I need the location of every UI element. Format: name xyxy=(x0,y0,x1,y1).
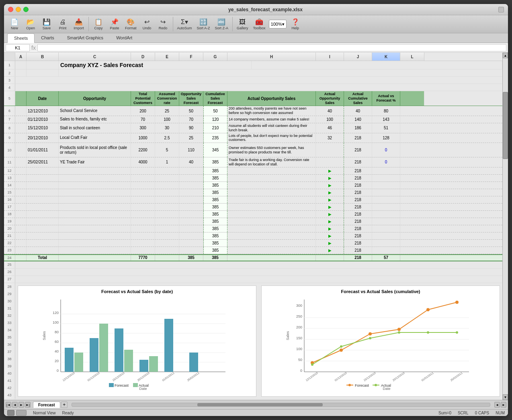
tab-sheets[interactable]: Sheets xyxy=(7,33,35,43)
customers-cell[interactable]: 2200 xyxy=(131,143,155,157)
total-actual-vs[interactable]: 57 xyxy=(372,255,400,261)
grid-cell[interactable] xyxy=(400,133,502,143)
opp-forecast-cell[interactable]: 40 xyxy=(179,157,203,167)
col-header-e[interactable]: E xyxy=(155,53,179,61)
actual-vs-cell[interactable]: 0 xyxy=(372,157,400,167)
date-cell[interactable]: 12/12/2010 xyxy=(27,106,59,116)
help-button[interactable]: ❓ Help xyxy=(288,17,303,31)
grid-cell[interactable] xyxy=(15,116,27,123)
col-header-c[interactable]: C xyxy=(59,53,131,61)
actual-cum-cell[interactable]: 186 xyxy=(344,123,372,133)
grid-cell[interactable] xyxy=(59,255,131,261)
sort-az-button[interactable]: 🔡 Sort A-Z xyxy=(195,17,212,31)
sheet-next-button[interactable]: ► xyxy=(18,402,24,408)
sort-za-button[interactable]: 🔤 Sort Z-A xyxy=(213,17,230,31)
sheet-last-button[interactable]: ►| xyxy=(25,402,31,408)
save-button[interactable]: 💾 Save xyxy=(39,17,54,31)
cum-forecast-cell[interactable]: 50 xyxy=(203,106,227,116)
opp-forecast-cell[interactable]: 90 xyxy=(179,123,203,133)
cum-forecast-cell[interactable]: 385 xyxy=(203,157,227,167)
grid-cell[interactable] xyxy=(400,143,502,157)
actual-opp-cell[interactable] xyxy=(316,157,344,167)
date-cell[interactable]: 15/12/2010 xyxy=(27,123,59,133)
page-view-button[interactable] xyxy=(16,410,27,416)
header-opp-forecast[interactable]: Opportunity Sales Forecast xyxy=(179,91,203,106)
actual-vs-cell[interactable]: 80 xyxy=(372,106,400,116)
scroll-thumb[interactable] xyxy=(503,92,508,159)
header-notes[interactable]: Actual Opportunity Sales xyxy=(227,91,316,106)
grid-cell[interactable] xyxy=(15,61,27,69)
gallery-button[interactable]: 🖼 Gallery xyxy=(235,17,250,31)
cum-forecast-cell[interactable]: 345 xyxy=(203,143,227,157)
close-button[interactable] xyxy=(8,7,13,12)
scroll-track[interactable] xyxy=(503,58,508,394)
h-scroll-right[interactable]: ► xyxy=(501,402,506,408)
header-total-customers[interactable]: Total Potential Customers xyxy=(131,91,155,106)
opportunity-cell[interactable]: Sales to friends, family etc xyxy=(59,116,131,123)
opportunity-cell[interactable]: YE Trade Fair xyxy=(59,157,131,167)
print-button[interactable]: 🖨 Print xyxy=(55,17,70,31)
h-scroll-left[interactable]: ◄ xyxy=(494,402,500,408)
conversion-cell[interactable]: 2.5 xyxy=(155,133,179,143)
actual-opp-cell[interactable]: 46 xyxy=(316,123,344,133)
customers-cell[interactable]: 300 xyxy=(131,123,155,133)
header-actual-opp[interactable]: Actual Opportunity Sales xyxy=(316,91,344,106)
autosum-button[interactable]: Σ▾ AutoSum xyxy=(176,17,194,31)
cum-forecast-cell[interactable]: 120 xyxy=(203,116,227,123)
opportunity-cell[interactable]: Products sold in local post office (sale… xyxy=(59,143,131,157)
header-actual-vs[interactable]: Actual vs Forecast % xyxy=(372,91,400,106)
col-header-l[interactable]: L xyxy=(400,53,424,61)
formula-input[interactable] xyxy=(37,44,506,51)
toolbox-button[interactable]: 🧰 Toolbox xyxy=(252,17,267,31)
col-header-b[interactable]: B xyxy=(27,53,59,61)
new-button[interactable]: 📄 New xyxy=(7,17,22,31)
date-cell[interactable]: 20/12/2010 xyxy=(27,133,59,143)
actual-opp-cell[interactable]: 32 xyxy=(316,133,344,143)
total-customers[interactable]: 7770 xyxy=(131,255,155,261)
grid-cell[interactable] xyxy=(27,61,59,69)
maximize-button[interactable] xyxy=(23,7,29,12)
grid-cell[interactable] xyxy=(15,123,27,133)
normal-view-button[interactable] xyxy=(7,410,14,416)
col-header-h[interactable]: H xyxy=(227,53,316,61)
conversion-cell[interactable]: 30 xyxy=(155,123,179,133)
notes-cell[interactable]: Assume all students will visit canteen d… xyxy=(227,123,316,133)
conversion-cell[interactable]: 5 xyxy=(155,143,179,157)
actual-cum-cell[interactable]: 218 xyxy=(344,157,372,167)
actual-cum-cell[interactable]: 40 xyxy=(344,106,372,116)
cum-forecast-cell[interactable]: 210 xyxy=(203,123,227,133)
opp-forecast-cell[interactable]: 25 xyxy=(179,133,203,143)
notes-cell[interactable]: Owner estimates 550 customers per week, … xyxy=(227,143,316,157)
conversion-cell[interactable]: 25 xyxy=(155,106,179,116)
actual-opp-cell[interactable]: 40 xyxy=(316,106,344,116)
date-cell[interactable]: 01/01/2011 xyxy=(27,143,59,157)
grid-cell[interactable] xyxy=(252,61,502,69)
grid-cell[interactable] xyxy=(15,255,27,261)
undo-button[interactable]: ↩ Undo xyxy=(140,17,154,31)
grid-cell[interactable] xyxy=(400,157,502,167)
format-button[interactable]: 🎨 Format xyxy=(123,17,138,31)
grid-cell[interactable] xyxy=(227,255,316,261)
total-cum-forecast[interactable]: 385 xyxy=(203,255,227,261)
grid-cell[interactable] xyxy=(400,123,502,133)
actual-vs-cell[interactable]: 143 xyxy=(372,116,400,123)
horizontal-scrollbar[interactable] xyxy=(72,403,490,407)
horizontal-scroll-thumb[interactable] xyxy=(197,403,323,406)
grid-cell[interactable] xyxy=(15,77,502,84)
col-header-j[interactable]: J xyxy=(344,53,372,61)
notes-cell[interactable]: Lots of people, but don't expect many to… xyxy=(227,133,316,143)
window-zoom-button[interactable] xyxy=(498,7,504,12)
sheet-prev-button[interactable]: ◄ xyxy=(12,402,18,408)
col-header-a[interactable]: A xyxy=(15,53,27,61)
grid-cell[interactable] xyxy=(400,116,502,123)
col-header-i[interactable]: I xyxy=(316,53,344,61)
col-header-g[interactable]: G xyxy=(203,53,227,61)
actual-vs-cell[interactable]: 0 xyxy=(372,143,400,157)
copy-button[interactable]: 📋 Copy xyxy=(91,17,106,31)
opportunity-cell[interactable]: Local Craft Fair xyxy=(59,133,131,143)
actual-cum-cell[interactable]: 218 xyxy=(344,143,372,157)
grid-cell[interactable] xyxy=(400,106,502,116)
conversion-cell[interactable]: 100 xyxy=(155,116,179,123)
opp-forecast-cell[interactable]: 50 xyxy=(179,106,203,116)
cell-reference-input[interactable] xyxy=(6,44,30,51)
